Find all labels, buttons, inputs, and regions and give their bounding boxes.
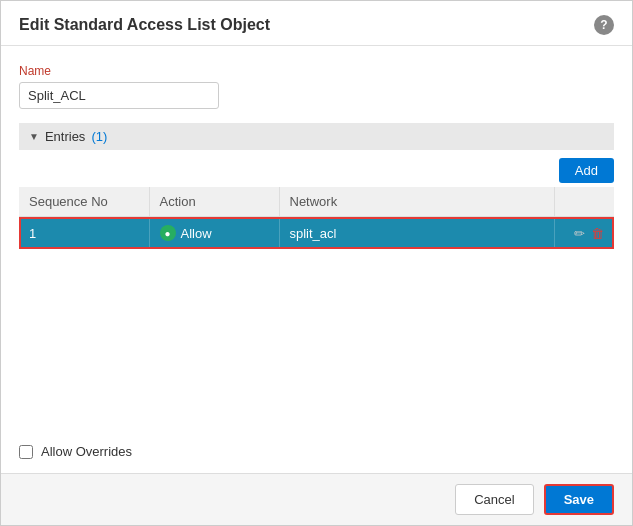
name-input[interactable] (19, 82, 219, 109)
name-label: Name (19, 64, 614, 78)
entries-section-header: ▼ Entries (1) (19, 123, 614, 150)
dialog-header: Edit Standard Access List Object ? (1, 1, 632, 46)
delete-icon[interactable]: 🗑 (591, 226, 604, 241)
edit-dialog: Edit Standard Access List Object ? Name … (0, 0, 633, 526)
edit-icon[interactable]: ✏ (574, 226, 585, 241)
cell-action: ● Allow (149, 217, 279, 250)
chevron-down-icon: ▼ (29, 131, 39, 142)
add-button[interactable]: Add (559, 158, 614, 183)
col-header-network: Network (279, 187, 554, 217)
dialog-title: Edit Standard Access List Object (19, 16, 270, 34)
table-header-row: Sequence No Action Network (19, 187, 614, 217)
entries-label: Entries (45, 129, 85, 144)
cell-seq: 1 (19, 217, 149, 250)
col-header-tools (554, 187, 614, 217)
cell-network: split_acl (279, 217, 554, 250)
allow-overrides-section: Allow Overrides (1, 426, 632, 473)
help-icon[interactable]: ? (594, 15, 614, 35)
entries-count: (1) (91, 129, 107, 144)
table-row[interactable]: 1 ● Allow split_acl ✏ 🗑 (19, 217, 614, 250)
dialog-body: Name ▼ Entries (1) Add Sequence No Actio… (1, 46, 632, 426)
name-field-group: Name (19, 64, 614, 109)
dialog-footer: Cancel Save (1, 473, 632, 525)
cancel-button[interactable]: Cancel (455, 484, 533, 515)
col-header-action: Action (149, 187, 279, 217)
save-button[interactable]: Save (544, 484, 614, 515)
entries-table: Sequence No Action Network 1 ● Allow spl… (19, 187, 614, 249)
allow-overrides-checkbox[interactable] (19, 445, 33, 459)
col-header-seq: Sequence No (19, 187, 149, 217)
cell-row-actions: ✏ 🗑 (554, 217, 614, 250)
table-toolbar: Add (19, 150, 614, 187)
allow-circle-icon: ● (160, 225, 176, 241)
allow-overrides-label: Allow Overrides (41, 444, 132, 459)
action-text: Allow (181, 226, 212, 241)
